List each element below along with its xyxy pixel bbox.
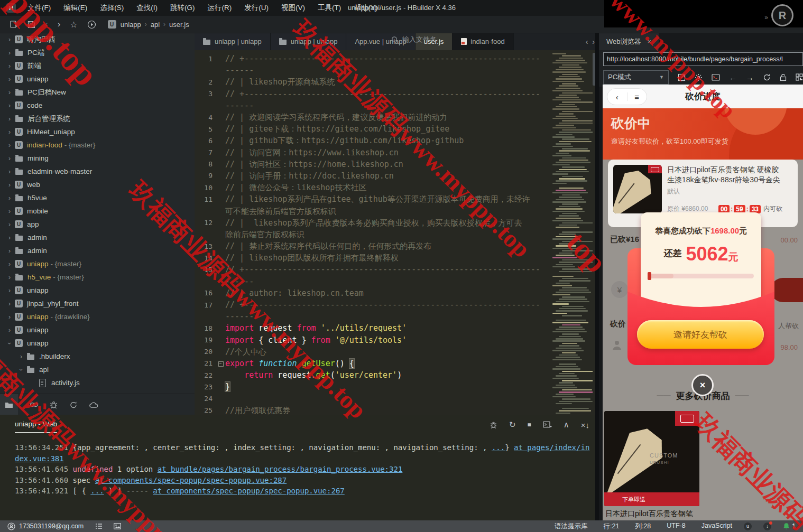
code-line[interactable]: ------: [195, 276, 552, 287]
sidebar-item[interactable]: ›PC归档New: [0, 86, 195, 99]
menu-item[interactable]: 运行(R): [201, 0, 238, 16]
code-line[interactable]: 22 return request.get('user/center'): [195, 369, 552, 381]
code-line[interactable]: ------: [195, 100, 552, 111]
stop-icon[interactable]: ■: [528, 421, 531, 428]
sidebar-item[interactable]: ›后台管理系统: [0, 112, 195, 125]
console-log-line[interactable]: 13:56:34.251 {app_agreement: , center_se…: [15, 442, 590, 464]
debug-view-icon[interactable]: [50, 401, 58, 409]
chevron-right-icon[interactable]: ›: [5, 274, 14, 281]
menu-item[interactable]: 视图(V): [275, 0, 311, 16]
code-line[interactable]: 13// | 禁止对系统程序代码以任何目的，任何形式的再发布: [195, 240, 552, 252]
close-popup-button[interactable]: ×: [691, 374, 714, 396]
code-line[interactable]: 4// | 欢迎阅读学习系统程序代码，建议反馈是我们前进的动力: [195, 111, 552, 123]
source-link[interactable]: ...: [492, 443, 505, 452]
chevron-right-icon[interactable]: ›: [5, 221, 14, 228]
notification-bell[interactable]: 1: [783, 522, 796, 530]
code-line[interactable]: 1// +-----------------------------------…: [195, 53, 552, 64]
debug-icon[interactable]: [490, 421, 497, 429]
editor-tab[interactable]: indian-food: [453, 33, 513, 50]
menu-item[interactable]: 发行(U): [238, 0, 275, 16]
sidebar-item[interactable]: ›Uapp: [0, 218, 195, 231]
sidebar-item[interactable]: ›U嗨淘巴西: [0, 33, 195, 46]
menu-item[interactable]: 选择(S): [94, 0, 130, 16]
product-tile-image[interactable]: CUSTOM URUSHI 下单即送: [604, 411, 699, 506]
source-link[interactable]: at components/spec-popup/spec-popup.vue:…: [153, 487, 344, 495]
chevron-right-icon[interactable]: ›: [5, 168, 14, 175]
code-line[interactable]: 21export function getUser() {: [195, 358, 552, 369]
invite-friends-button[interactable]: 邀请好友帮砍: [637, 320, 764, 349]
breadcrumb-item[interactable]: uniapp: [121, 21, 141, 29]
sidebar-item[interactable]: ›h5vue: [0, 191, 195, 204]
browser-back-icon[interactable]: ←: [729, 73, 737, 82]
console-log-line[interactable]: 13:56:41.921 [ { ... } ] ----- at compon…: [15, 486, 590, 497]
browser-tab[interactable]: Web浏览器 ×: [599, 33, 659, 50]
refresh-icon[interactable]: [763, 73, 771, 81]
code-line[interactable]: 15// +----------------------------------…: [195, 264, 552, 275]
sidebar-item[interactable]: activity.js: [0, 376, 195, 389]
device-mode-select[interactable]: PC模式 ▼: [603, 70, 669, 85]
sync-view-icon[interactable]: [69, 401, 78, 409]
collapse-icon[interactable]: ∧: [564, 420, 569, 430]
code-line[interactable]: ------: [195, 311, 552, 322]
code-view[interactable]: 1// +-----------------------------------…: [195, 50, 552, 417]
files-view-icon[interactable]: [0, 394, 18, 415]
chevron-right-icon[interactable]: ›: [5, 260, 14, 268]
code-line[interactable]: 7// | 访问官网：https://www.likeshop.cn: [195, 147, 552, 158]
editor-tab[interactable]: uniapp | uniapp: [271, 33, 347, 50]
sidebar-item[interactable]: ›Ucode: [0, 99, 195, 112]
sidebar-item[interactable]: ›Uuniapp - {master}: [0, 257, 195, 270]
code-line[interactable]: 2// | likeshop开源商城系统: [195, 76, 552, 88]
restart-icon[interactable]: ↻: [509, 420, 516, 430]
chevron-right-icon[interactable]: ›: [5, 49, 14, 57]
status-item[interactable]: UTF-8: [667, 522, 685, 531]
sidebar-item[interactable]: ›Uindian-food - {master}: [0, 138, 195, 152]
sidebar-item[interactable]: ›Uuniapp - {drawkline}: [0, 310, 195, 323]
chevron-right-icon[interactable]: ›: [5, 102, 14, 109]
qr-grid-icon[interactable]: [796, 73, 803, 81]
code-line[interactable]: 14// | likeshop团队版权所有并拥有最终解释权: [195, 252, 552, 264]
preview-image-icon[interactable]: [114, 523, 125, 529]
chevron-right-icon[interactable]: ›: [5, 115, 14, 123]
star-icon[interactable]: ☆: [70, 20, 77, 30]
sidebar-item[interactable]: ›h5_vue - {master}: [0, 270, 195, 284]
chevron-down-icon[interactable]: ›: [6, 339, 13, 348]
chevron-right-icon[interactable]: ›: [5, 181, 14, 189]
editor-tab[interactable]: uniapp | uniapp: [195, 33, 271, 50]
tab-left-icon[interactable]: ‹: [586, 38, 588, 46]
chevron-right-icon[interactable]: ›: [5, 128, 14, 136]
status-item[interactable]: JavaScript: [702, 522, 732, 531]
sidebar-item[interactable]: ›admin: [0, 231, 195, 244]
code-line[interactable]: 3// +-----------------------------------…: [195, 88, 552, 100]
chevron-right-icon[interactable]: ›: [5, 194, 14, 202]
close-console-icon[interactable]: ×↓: [581, 421, 589, 430]
chevron-right-icon[interactable]: ›: [5, 287, 14, 294]
code-line[interactable]: 8// | 访问社区：https://home.likeshop.cn: [195, 158, 552, 170]
sidebar-item[interactable]: ›Uuniapp: [0, 284, 195, 297]
console-log-line[interactable]: 13:56:41.660 spec at components/spec-pop…: [15, 475, 590, 486]
account-email[interactable]: 1735031199@qq.com: [19, 522, 84, 530]
sidebar-item[interactable]: ›.hbuilderx: [0, 350, 195, 363]
chevron-right-icon[interactable]: ›: [5, 142, 14, 149]
gear-icon[interactable]: [695, 73, 703, 81]
chevron-right-icon[interactable]: ›: [5, 247, 14, 255]
fold-marker-icon[interactable]: [218, 358, 225, 369]
code-line[interactable]: 除前后端官方版权标识: [195, 229, 552, 240]
code-line[interactable]: ------: [195, 64, 552, 76]
browser-forward-icon[interactable]: →: [746, 73, 754, 82]
sidebar-item[interactable]: ›U前端: [0, 59, 195, 72]
chevron-right-icon[interactable]: ›: [5, 89, 14, 96]
sidebar-item[interactable]: ›api: [0, 363, 195, 376]
breadcrumb-item[interactable]: user.js: [169, 21, 189, 29]
sidebar-item[interactable]: ›Uuniapp: [0, 72, 195, 86]
panel-divider[interactable]: [595, 33, 599, 520]
console-tab[interactable]: uniapp - Web: [15, 420, 57, 433]
chevron-right-icon[interactable]: ›: [5, 76, 14, 83]
chevron-right-icon[interactable]: ›: [5, 313, 14, 321]
code-line[interactable]: 16// | author: likeshop.cn.team: [195, 287, 552, 299]
source-link[interactable]: ...: [90, 487, 104, 495]
source-link[interactable]: at bundle/pages/bargain_process/bargain_…: [158, 465, 403, 473]
open-external-icon[interactable]: [678, 73, 686, 81]
status-item[interactable]: 行:21: [603, 522, 619, 531]
close-tab-icon[interactable]: ×: [648, 38, 652, 45]
chevron-right-icon[interactable]: ›: [17, 353, 25, 360]
